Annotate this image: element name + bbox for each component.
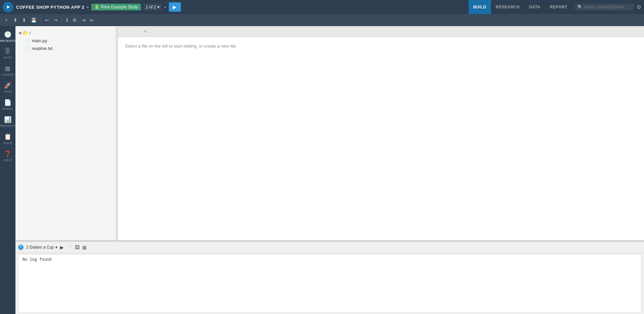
study-doc-icon: 📗 (94, 5, 99, 9)
back-button[interactable]: ⇤ (89, 17, 96, 23)
tab-data[interactable]: DATA (524, 0, 545, 14)
nav-tabs: BUILD RESEARCH DATA REPORT (468, 0, 572, 14)
page-info: 1 of 2 (146, 5, 156, 9)
reports-label: REPORTS (0, 124, 15, 128)
assets-icon: ▦ (5, 65, 10, 72)
tab-report[interactable]: REPORT (545, 0, 572, 14)
readme-txt-name: readme.txt (32, 46, 52, 51)
file-tree-root[interactable]: ◀ 📁 / (15, 29, 116, 37)
recents-label: RECENTS (0, 39, 15, 43)
study-badge[interactable]: 📗 Price Example Study (91, 4, 141, 10)
data-label: DATA (4, 56, 12, 59)
tab-build[interactable]: BUILD (468, 0, 491, 14)
recents-icon: 🕐 (4, 31, 11, 38)
sidebar-item-help[interactable]: ❓ HELP (0, 148, 15, 164)
toolbar-sep-1 (41, 17, 41, 23)
placeholder-text: Select a file on the left to start editi… (125, 44, 237, 49)
run-button[interactable]: ▶ (169, 2, 181, 12)
page-selector[interactable]: 1 of 2 ▾ (144, 4, 162, 10)
bottom-run-button[interactable]: ▶ (60, 245, 64, 250)
help-icon: ❓ (4, 150, 11, 158)
help-label: HELP (4, 159, 12, 162)
bottom-section: ? 2 Dollars a Cup ▾ ▶ 📄 🖼 ▦ (15, 240, 644, 314)
file-tree: ◀ 📁 / 📄 main.py 📄 readme.txt (15, 26, 116, 240)
upload-button[interactable]: ⬆ (12, 17, 19, 23)
tab-research[interactable]: RESEARCH (491, 0, 524, 14)
apps-label: APPS (3, 90, 12, 93)
file-item-main-py[interactable]: 📄 main.py (15, 37, 116, 45)
data-icon: 🗄 (5, 48, 11, 55)
left-sidebar: 🕐 RECENTS 🗄 DATA ▦ ASSETS 🚀 APPS 📄 PAGES… (0, 26, 15, 314)
top-nav: COFFEE SHOP PYTHON APP 2 ▾ 📗 Price Examp… (0, 0, 644, 14)
redo-button[interactable]: ↪ (52, 17, 59, 23)
root-folder-icon: 📁 (22, 30, 28, 36)
toolbar-sep-2 (62, 17, 62, 23)
page-dropdown-arrow: ▾ (157, 5, 159, 9)
run-dropdown-arrow: ▾ (55, 245, 57, 250)
log-area[interactable] (18, 254, 641, 313)
content-stack: ◀ 📁 / 📄 main.py 📄 readme.txt (15, 26, 644, 314)
readme-txt-icon: 📄 (25, 46, 30, 51)
info-button[interactable]: ℹ (65, 17, 69, 23)
save-button[interactable]: 💾 (30, 17, 38, 23)
bottom-run-selector[interactable]: 2 Dollars a Cup ▾ (26, 245, 57, 250)
editor-placeholder: Select a file on the left to start editi… (118, 37, 644, 240)
search-input[interactable] (584, 5, 631, 9)
collapse-icon: ◀ (18, 30, 21, 35)
extra-dropdown[interactable]: ▾ (164, 5, 166, 9)
main-content: 🕐 RECENTS 🗄 DATA ▦ ASSETS 🚀 APPS 📄 PAGES… (0, 26, 644, 314)
editor-section: ◀ 📁 / 📄 main.py 📄 readme.txt (15, 26, 644, 240)
download-button[interactable]: ⬇ (21, 17, 28, 23)
forward-button[interactable]: ⇥ (80, 17, 87, 23)
reports-icon: 📊 (4, 116, 11, 123)
sidebar-item-data[interactable]: 🗄 DATA (0, 46, 15, 61)
add-tab-button[interactable]: ＋ (140, 27, 150, 36)
pages-icon: 📄 (4, 99, 11, 106)
search-box: 🔍 (575, 4, 634, 10)
sidebar-item-recents[interactable]: 🕐 RECENTS (0, 29, 15, 45)
app-logo (3, 2, 13, 12)
new-file-button[interactable]: 📄 (66, 245, 72, 250)
app-title-dropdown[interactable]: ▾ (87, 5, 89, 9)
add-button[interactable]: ＋ (3, 16, 10, 24)
root-label: / (30, 30, 31, 36)
main-py-name: main.py (32, 38, 47, 43)
bottom-toolbar: ? 2 Dollars a Cup ▾ ▶ 📄 🖼 ▦ (15, 242, 644, 253)
sidebar-item-docs[interactable]: 📋 DOCS (0, 131, 15, 147)
editor-tabs: ＋ (118, 26, 644, 37)
settings-icon[interactable]: ⚙ (637, 4, 641, 10)
docs-label: DOCS (3, 141, 12, 145)
docs-icon: 📋 (4, 133, 11, 140)
run-icon: ▶ (173, 4, 177, 10)
help-circle-icon: ? (18, 245, 23, 250)
editor-area: ＋ Select a file on the left to start edi… (118, 26, 644, 240)
settings2-button[interactable]: ⚙ (71, 17, 78, 23)
sidebar-item-reports[interactable]: 📊 REPORTS (0, 114, 15, 130)
main-py-icon: 📄 (25, 39, 30, 43)
assets-label: ASSETS (1, 73, 14, 76)
pages-label: PAGES (2, 107, 13, 111)
editor-bottom-split: ◀ 📁 / 📄 main.py 📄 readme.txt (15, 26, 644, 314)
image-button[interactable]: 🖼 (75, 245, 80, 250)
apps-icon: 🚀 (4, 82, 11, 89)
sidebar-item-assets[interactable]: ▦ ASSETS (0, 63, 15, 78)
table-button[interactable]: ▦ (82, 245, 87, 250)
study-label: Price Example Study (101, 5, 138, 9)
run-name: 2 Dollars a Cup (26, 245, 54, 250)
undo-button[interactable]: ↩ (44, 17, 50, 23)
sidebar-item-apps[interactable]: 🚀 APPS (0, 80, 15, 96)
file-item-readme-txt[interactable]: 📄 readme.txt (15, 45, 116, 52)
search-icon: 🔍 (578, 5, 583, 9)
toolbar: ＋ ⬆ ⬇ 💾 ↩ ↪ ℹ ⚙ ⇥ ⇤ (0, 14, 644, 26)
app-title: COFFEE SHOP PYTHON APP 2 (16, 5, 84, 10)
sidebar-item-pages[interactable]: 📄 PAGES (0, 97, 15, 113)
